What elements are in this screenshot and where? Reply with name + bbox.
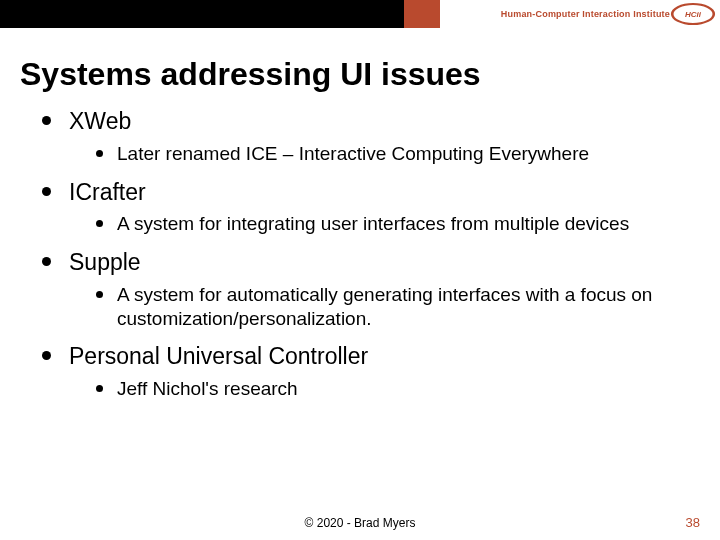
page-number: 38 (686, 515, 700, 530)
bullet-label: A system for automatically generating in… (117, 283, 677, 331)
list-subitem: Jeff Nichol's research (96, 377, 700, 401)
hcii-logo-icon: HCii (676, 3, 710, 25)
list-item: Supple (42, 248, 700, 277)
list-item: Personal Universal Controller (42, 342, 700, 371)
topbar-institute: Human-Computer Interaction Institute HCi… (440, 0, 720, 28)
list-subitem: A system for integrating user interfaces… (96, 212, 700, 236)
copyright-text: © 2020 - Brad Myers (305, 516, 416, 530)
bullet-icon (42, 116, 51, 125)
bullet-icon (96, 150, 103, 157)
list-subitem: A system for automatically generating in… (96, 283, 700, 331)
slide-footer: © 2020 - Brad Myers 38 (0, 516, 720, 530)
topbar-black (0, 0, 404, 28)
list-subitem: Later renamed ICE – Interactive Computin… (96, 142, 700, 166)
bullet-label: Later renamed ICE – Interactive Computin… (117, 142, 589, 166)
list-item: ICrafter (42, 178, 700, 207)
list-item: XWeb (42, 107, 700, 136)
bullet-label: Jeff Nichol's research (117, 377, 298, 401)
bullet-icon (96, 220, 103, 227)
bullet-label: Personal Universal Controller (69, 342, 368, 371)
slide-content: XWeb Later renamed ICE – Interactive Com… (0, 107, 720, 401)
slide-title: Systems addressing UI issues (0, 28, 720, 107)
bullet-label: Supple (69, 248, 141, 277)
bullet-icon (42, 351, 51, 360)
bullet-icon (42, 187, 51, 196)
bullet-icon (96, 385, 103, 392)
bullet-icon (42, 257, 51, 266)
topbar-accent (404, 0, 440, 28)
bullet-label: ICrafter (69, 178, 146, 207)
bullet-icon (96, 291, 103, 298)
bullet-label: A system for integrating user interfaces… (117, 212, 629, 236)
slide-topbar: Human-Computer Interaction Institute HCi… (0, 0, 720, 28)
bullet-label: XWeb (69, 107, 131, 136)
institute-label: Human-Computer Interaction Institute (501, 9, 670, 19)
